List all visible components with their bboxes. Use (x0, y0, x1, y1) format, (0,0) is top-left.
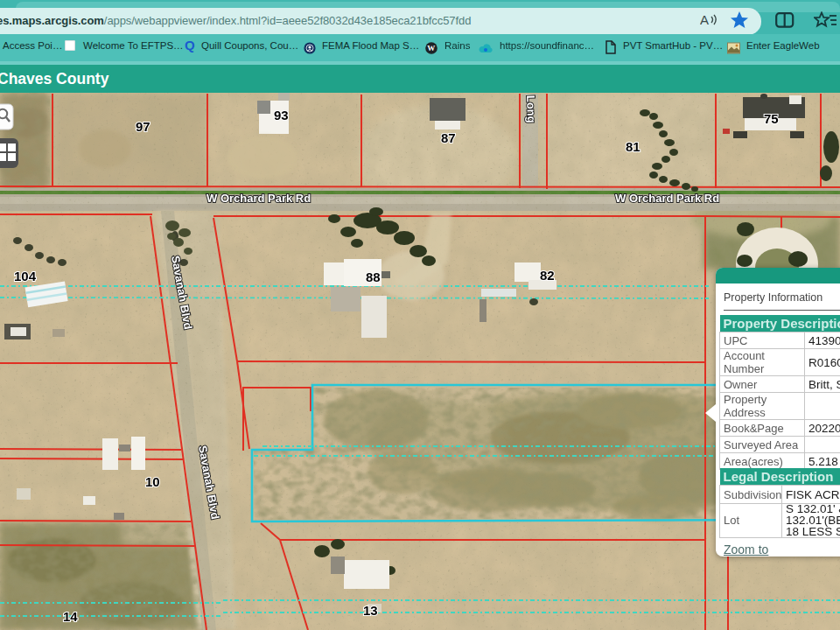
svg-text:W Orchard Park Rd: W Orchard Park Rd (615, 192, 719, 205)
svg-text:Long: Long (524, 95, 538, 123)
svg-text:13: 13 (363, 603, 378, 618)
svg-text:93: 93 (274, 108, 289, 122)
svg-text:W: W (427, 44, 435, 52)
svg-text:10: 10 (145, 474, 160, 489)
svg-text:14: 14 (63, 609, 78, 624)
svg-text:81: 81 (626, 139, 640, 154)
svg-text:104: 104 (14, 269, 37, 284)
svg-text:75: 75 (764, 111, 779, 126)
svg-text:W Orchard Park Rd: W Orchard Park Rd (206, 192, 311, 205)
svg-text:82: 82 (540, 268, 555, 283)
svg-text:88: 88 (366, 270, 381, 284)
svg-text:87: 87 (441, 130, 456, 145)
svg-text:A: A (700, 12, 709, 27)
svg-text:97: 97 (136, 119, 150, 134)
